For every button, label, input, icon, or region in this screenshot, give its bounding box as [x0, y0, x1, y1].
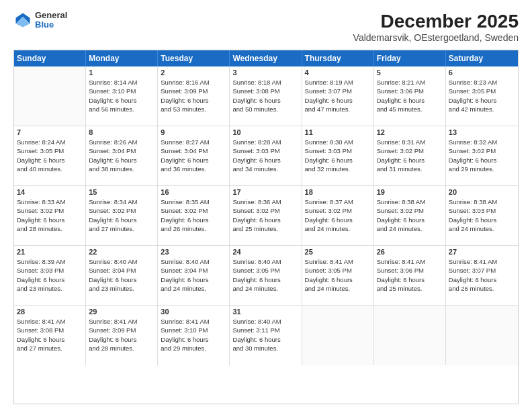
cell-line: Daylight: 6 hours	[161, 96, 226, 105]
cell-line: Daylight: 6 hours	[305, 156, 371, 165]
calendar-header-cell: Monday	[86, 50, 158, 66]
cell-line: Daylight: 6 hours	[161, 156, 226, 165]
calendar-header-cell: Thursday	[302, 50, 374, 66]
day-number: 27	[449, 248, 515, 256]
cell-line: and 24 minutes.	[161, 284, 226, 293]
day-number: 29	[89, 308, 154, 316]
day-number: 22	[89, 248, 154, 256]
cell-line: Daylight: 6 hours	[449, 156, 515, 165]
calendar-cell: 28Sunrise: 8:41 AMSunset: 3:08 PMDayligh…	[14, 306, 86, 365]
day-number: 16	[161, 188, 226, 196]
cell-line: Daylight: 6 hours	[305, 96, 371, 105]
cell-line: Sunrise: 8:34 AM	[89, 197, 154, 206]
cell-line: Daylight: 6 hours	[17, 335, 83, 344]
cell-line: Sunrise: 8:21 AM	[377, 78, 443, 87]
day-number: 5	[377, 68, 443, 77]
cell-line: and 26 minutes.	[161, 224, 226, 233]
cell-line: Sunrise: 8:23 AM	[449, 78, 515, 87]
cell-line: Sunrise: 8:32 AM	[449, 138, 515, 146]
cell-line: and 31 minutes.	[377, 165, 443, 173]
cell-line: Daylight: 6 hours	[377, 275, 443, 284]
cell-line: Sunset: 3:10 PM	[161, 326, 226, 334]
cell-line: Sunrise: 8:31 AM	[377, 138, 443, 146]
day-number: 10	[232, 128, 298, 136]
cell-line: Sunset: 3:02 PM	[17, 206, 83, 215]
calendar-cell: 25Sunrise: 8:41 AMSunset: 3:05 PMDayligh…	[302, 246, 374, 305]
calendar-cell: 2Sunrise: 8:16 AMSunset: 3:09 PMDaylight…	[158, 66, 230, 126]
cell-line: Daylight: 6 hours	[305, 275, 371, 284]
logo: General Blue	[13, 11, 67, 30]
day-number: 24	[232, 248, 298, 256]
logo-blue: Blue	[35, 20, 67, 30]
cell-line: Sunset: 3:11 PM	[232, 326, 298, 334]
cell-line: Sunrise: 8:38 AM	[377, 197, 443, 206]
cell-line: Daylight: 6 hours	[89, 216, 154, 224]
day-number: 20	[449, 188, 515, 196]
cell-line: Daylight: 6 hours	[232, 275, 298, 284]
cell-line: Sunrise: 8:18 AM	[232, 78, 298, 87]
calendar-cell: 4Sunrise: 8:19 AMSunset: 3:07 PMDaylight…	[302, 66, 374, 126]
cell-line: Sunrise: 8:40 AM	[232, 257, 298, 266]
cell-line: and 30 minutes.	[232, 344, 298, 353]
day-number: 18	[305, 188, 371, 196]
calendar-row: 28Sunrise: 8:41 AMSunset: 3:08 PMDayligh…	[14, 306, 518, 365]
cell-line: Sunset: 3:03 PM	[232, 146, 298, 155]
logo-text: General Blue	[35, 11, 67, 30]
cell-line: Sunset: 3:02 PM	[305, 206, 371, 215]
cell-line: Daylight: 6 hours	[161, 335, 226, 344]
cell-line: and 28 minutes.	[17, 224, 83, 233]
cell-line: Sunrise: 8:19 AM	[305, 78, 371, 87]
cell-line: Daylight: 6 hours	[89, 335, 154, 344]
cell-line: Daylight: 6 hours	[17, 275, 83, 284]
calendar-cell: 31Sunrise: 8:40 AMSunset: 3:11 PMDayligh…	[230, 306, 302, 365]
cell-line: and 27 minutes.	[89, 224, 154, 233]
cell-line: and 29 minutes.	[449, 165, 515, 173]
day-number: 9	[161, 128, 226, 136]
cell-line: and 29 minutes.	[161, 344, 226, 353]
cell-line: Sunset: 3:04 PM	[89, 146, 154, 155]
day-number: 17	[232, 188, 298, 196]
cell-line: and 38 minutes.	[89, 165, 154, 173]
cell-line: Sunset: 3:02 PM	[377, 206, 443, 215]
calendar-cell: 11Sunrise: 8:30 AMSunset: 3:03 PMDayligh…	[302, 126, 374, 185]
cell-line: Sunset: 3:02 PM	[232, 206, 298, 215]
logo-icon	[13, 11, 32, 30]
cell-line: Sunrise: 8:40 AM	[89, 257, 154, 266]
cell-line: Sunset: 3:05 PM	[449, 87, 515, 95]
day-number: 21	[17, 248, 83, 256]
cell-line: and 36 minutes.	[161, 165, 226, 173]
day-number: 11	[305, 128, 371, 136]
calendar-body: 1Sunrise: 8:14 AMSunset: 3:10 PMDaylight…	[14, 66, 518, 365]
day-number: 28	[17, 308, 83, 316]
calendar-row: 7Sunrise: 8:24 AMSunset: 3:05 PMDaylight…	[14, 126, 518, 186]
calendar-cell: 26Sunrise: 8:41 AMSunset: 3:06 PMDayligh…	[374, 246, 446, 305]
cell-line: Sunrise: 8:41 AM	[377, 257, 443, 266]
day-number: 30	[161, 308, 226, 316]
cell-line: Sunset: 3:09 PM	[89, 326, 154, 334]
cell-line: Sunset: 3:05 PM	[232, 266, 298, 275]
cell-line: Sunset: 3:06 PM	[377, 87, 443, 95]
cell-line: Sunset: 3:05 PM	[17, 146, 83, 155]
calendar-cell: 17Sunrise: 8:36 AMSunset: 3:02 PMDayligh…	[230, 186, 302, 245]
cell-line: Sunrise: 8:37 AM	[305, 197, 371, 206]
day-number: 1	[89, 68, 154, 77]
day-number: 12	[377, 128, 443, 136]
cell-line: Sunrise: 8:41 AM	[305, 257, 371, 266]
day-number: 2	[161, 68, 226, 77]
cell-line: Sunrise: 8:36 AM	[232, 197, 298, 206]
cell-line: Sunset: 3:06 PM	[377, 266, 443, 275]
cell-line: Daylight: 6 hours	[377, 216, 443, 224]
calendar-cell	[302, 306, 374, 365]
cell-line: Sunrise: 8:40 AM	[232, 317, 298, 326]
calendar-cell: 3Sunrise: 8:18 AMSunset: 3:08 PMDaylight…	[230, 66, 302, 126]
calendar-header-cell: Wednesday	[230, 50, 302, 66]
calendar-cell	[14, 66, 86, 126]
calendar-cell: 7Sunrise: 8:24 AMSunset: 3:05 PMDaylight…	[14, 126, 86, 185]
calendar-cell: 29Sunrise: 8:41 AMSunset: 3:09 PMDayligh…	[86, 306, 158, 365]
day-number: 23	[161, 248, 226, 256]
calendar-cell: 10Sunrise: 8:28 AMSunset: 3:03 PMDayligh…	[230, 126, 302, 185]
cell-line: Sunrise: 8:40 AM	[161, 257, 226, 266]
calendar-cell: 22Sunrise: 8:40 AMSunset: 3:04 PMDayligh…	[86, 246, 158, 305]
calendar-cell: 20Sunrise: 8:38 AMSunset: 3:03 PMDayligh…	[446, 186, 518, 245]
calendar-cell: 19Sunrise: 8:38 AMSunset: 3:02 PMDayligh…	[374, 186, 446, 245]
